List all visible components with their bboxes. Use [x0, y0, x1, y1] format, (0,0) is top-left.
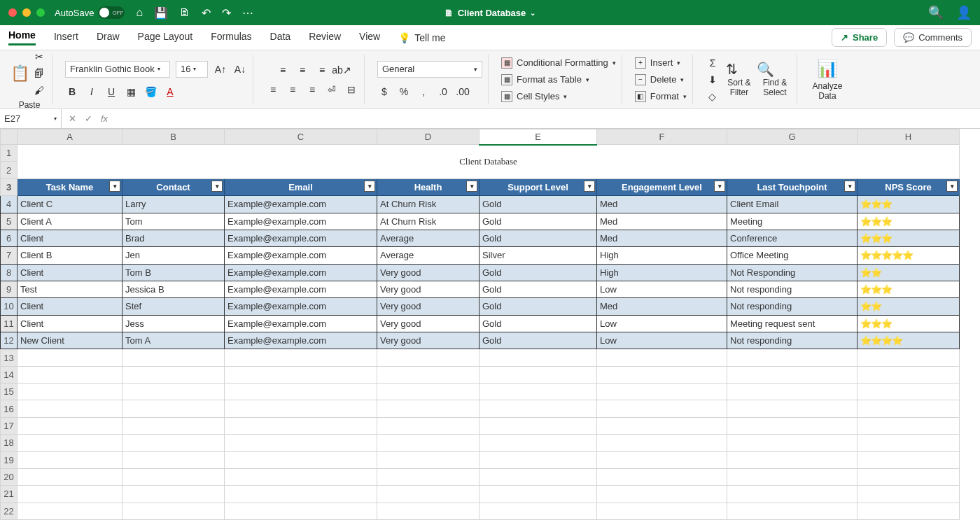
- cell[interactable]: [858, 486, 960, 503]
- cell-health[interactable]: Very good: [377, 264, 479, 281]
- align-right-icon[interactable]: ≡: [305, 83, 319, 97]
- cell-health[interactable]: Average: [377, 230, 479, 246]
- currency-icon[interactable]: $: [377, 85, 391, 99]
- conditional-formatting-button[interactable]: ▦Conditional Formatting ▾: [501, 56, 616, 70]
- cell[interactable]: [18, 468, 122, 485]
- cell[interactable]: [225, 486, 377, 503]
- row-header-18[interactable]: 18: [1, 435, 18, 451]
- save-icon[interactable]: 💾: [154, 6, 168, 20]
- enter-formula-icon[interactable]: ✓: [85, 113, 92, 124]
- filter-icon[interactable]: ▾: [364, 181, 375, 192]
- cell-task[interactable]: Client: [18, 230, 122, 246]
- header-support-level[interactable]: Support Level▾: [479, 178, 597, 195]
- cell-contact[interactable]: Brad: [122, 230, 225, 246]
- orientation-icon[interactable]: ab↗: [335, 63, 349, 77]
- decrease-decimal-icon[interactable]: .0: [436, 85, 450, 99]
- cell-engagement[interactable]: Med: [597, 230, 727, 246]
- cell[interactable]: [479, 435, 597, 451]
- col-header-g[interactable]: G: [727, 129, 858, 145]
- cell[interactable]: [377, 486, 479, 503]
- tab-page-layout[interactable]: Page Layout: [138, 31, 193, 45]
- cell[interactable]: [479, 349, 597, 366]
- col-header-c[interactable]: C: [225, 129, 377, 145]
- tab-review[interactable]: Review: [309, 31, 341, 45]
- filter-icon[interactable]: ▾: [844, 181, 855, 192]
- filter-icon[interactable]: ▾: [109, 181, 120, 192]
- cell-email[interactable]: Example@example.com: [225, 298, 377, 315]
- cell[interactable]: [18, 349, 122, 366]
- cell-support[interactable]: Gold: [479, 332, 597, 349]
- filter-icon[interactable]: ▾: [466, 181, 477, 192]
- cell-nps[interactable]: ⭐⭐: [858, 264, 960, 281]
- cell[interactable]: [225, 468, 377, 485]
- cell-nps[interactable]: ⭐⭐⭐⭐: [858, 332, 960, 349]
- row-header-12[interactable]: 12: [1, 332, 18, 349]
- tab-home[interactable]: Home: [8, 29, 36, 45]
- row-header-11[interactable]: 11: [1, 315, 18, 332]
- cell-email[interactable]: Example@example.com: [225, 332, 377, 349]
- italic-icon[interactable]: I: [85, 85, 99, 99]
- cell-styles-button[interactable]: ▦Cell Styles ▾: [501, 90, 567, 104]
- cell[interactable]: [479, 400, 597, 417]
- autosum-icon[interactable]: Σ: [706, 56, 720, 70]
- cell-engagement[interactable]: Low: [597, 315, 727, 332]
- fill-color-icon[interactable]: 🪣: [144, 85, 158, 99]
- cell[interactable]: [377, 468, 479, 485]
- cell[interactable]: [479, 468, 597, 485]
- cell[interactable]: [122, 451, 225, 468]
- comments-button[interactable]: 💬 Comments: [894, 28, 972, 47]
- cell-support[interactable]: Gold: [479, 298, 597, 315]
- cell-contact[interactable]: Stef: [122, 298, 225, 315]
- cell-health[interactable]: At Churn Risk: [377, 196, 479, 213]
- cell[interactable]: [858, 400, 960, 417]
- cell-engagement[interactable]: High: [597, 247, 727, 264]
- cell-email[interactable]: Example@example.com: [225, 264, 377, 281]
- spreadsheet-grid[interactable]: A B C D E F G H 1 Client Database 2 3 Ta…: [0, 129, 980, 520]
- cell-email[interactable]: Example@example.com: [225, 281, 377, 297]
- format-painter-icon[interactable]: 🖌: [32, 83, 46, 97]
- cell[interactable]: [597, 400, 727, 417]
- insert-cells-button[interactable]: +Insert ▾: [635, 56, 681, 70]
- col-header-e[interactable]: E: [479, 129, 597, 145]
- cell[interactable]: [225, 384, 377, 400]
- cell[interactable]: [858, 417, 960, 434]
- bold-icon[interactable]: B: [65, 85, 79, 99]
- find-select-icon[interactable]: 🔍: [759, 62, 773, 76]
- tab-insert[interactable]: Insert: [54, 31, 78, 45]
- cell[interactable]: [597, 435, 727, 451]
- analyze-data-icon[interactable]: 📊: [817, 59, 838, 78]
- format-cells-button[interactable]: ◧Format ▾: [635, 90, 687, 104]
- cell-health[interactable]: Very good: [377, 281, 479, 297]
- redo-icon[interactable]: ↷: [222, 6, 231, 20]
- cell[interactable]: [18, 486, 122, 503]
- format-as-table-button[interactable]: ▦Format as Table ▾: [501, 73, 589, 87]
- cell[interactable]: [479, 451, 597, 468]
- cell[interactable]: [727, 451, 858, 468]
- cell-support[interactable]: Gold: [479, 264, 597, 281]
- cell-contact[interactable]: Larry: [122, 196, 225, 213]
- cell[interactable]: [727, 468, 858, 485]
- cell[interactable]: [727, 417, 858, 434]
- cell[interactable]: [225, 503, 377, 519]
- header-contact[interactable]: Contact▾: [122, 178, 225, 195]
- cell-nps[interactable]: ⭐⭐: [858, 298, 960, 315]
- row-header-13[interactable]: 13: [1, 349, 18, 366]
- fx-icon[interactable]: fx: [101, 113, 108, 124]
- cell-task[interactable]: Client A: [18, 213, 122, 230]
- row-header-10[interactable]: 10: [1, 298, 18, 315]
- cell[interactable]: [377, 503, 479, 519]
- cell[interactable]: [858, 468, 960, 485]
- autosave-switch[interactable]: OFF: [98, 6, 125, 19]
- cell-contact[interactable]: Jen: [122, 247, 225, 264]
- select-all-cell[interactable]: [1, 129, 18, 145]
- cell-health[interactable]: Average: [377, 247, 479, 264]
- row-header-17[interactable]: 17: [1, 417, 18, 434]
- cell[interactable]: [858, 451, 960, 468]
- col-header-d[interactable]: D: [377, 129, 479, 145]
- cell[interactable]: [727, 486, 858, 503]
- cell[interactable]: [225, 451, 377, 468]
- cell[interactable]: [18, 503, 122, 519]
- cell[interactable]: [727, 349, 858, 366]
- cell-engagement[interactable]: Med: [597, 196, 727, 213]
- cell[interactable]: [122, 417, 225, 434]
